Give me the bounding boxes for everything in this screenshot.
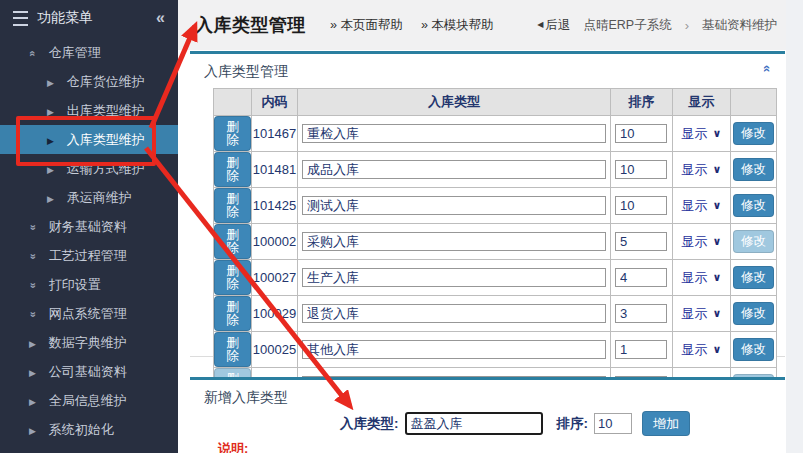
table-row: 删除 100002 显示∨ 修改	[214, 224, 777, 260]
sidebar-item-label: 工艺过程管理	[49, 248, 127, 263]
display-select[interactable]: 显示∨	[682, 197, 722, 215]
panel-title: 新增入库类型	[204, 389, 288, 407]
breadcrumb-app[interactable]: 点晴ERP子系统	[583, 17, 671, 34]
triangle-right-icon: ▶	[44, 185, 57, 214]
delete-button[interactable]: 删除	[214, 296, 251, 331]
sidebar-item-branch-system[interactable]: « 网点系统管理	[0, 299, 178, 328]
sidebar-item-system-init[interactable]: ▶ 系统初始化	[0, 415, 178, 444]
type-input[interactable]	[302, 160, 606, 179]
sidebar-item-data-dictionary[interactable]: ▶ 数据字典维护	[0, 328, 178, 357]
sidebar-item-label: 出库类型维护	[67, 103, 145, 118]
display-select[interactable]: 显示∨	[682, 125, 722, 143]
sidebar-item-finance-basic[interactable]: « 财务基础资料	[0, 212, 178, 241]
triangle-right-icon: ▶	[26, 359, 39, 388]
table-row: 删除 101481 显示∨ 修改	[214, 152, 777, 188]
code-cell: 101467	[252, 116, 298, 152]
type-input[interactable]	[302, 232, 606, 251]
delete-button[interactable]: 删除	[214, 260, 251, 295]
sidebar-item-inbound-type[interactable]: ▶ 入库类型维护	[0, 125, 178, 154]
delete-button[interactable]: 删除	[214, 188, 251, 223]
modify-button[interactable]: 修改	[733, 194, 774, 217]
modify-button[interactable]: 修改	[733, 266, 774, 289]
sidebar-header: 功能菜单 «	[0, 0, 178, 36]
panel-collapse-icon[interactable]: «	[761, 65, 774, 72]
sort-input[interactable]	[615, 304, 667, 323]
back-button[interactable]: ◀后退	[537, 17, 570, 34]
main-content: 入库类型管理 » 本页面帮助 » 本模块帮助 ◀后退 点晴ERP子系统 › 基础…	[178, 0, 803, 453]
sort-input[interactable]	[615, 124, 667, 143]
sidebar-item-print-settings[interactable]: « 打印设置	[0, 270, 178, 299]
sidebar-item-transport-mode[interactable]: ▶ 运输方式维护	[0, 154, 178, 183]
sidebar-item-outbound-type[interactable]: ▶ 出库类型维护	[0, 96, 178, 125]
type-field-label: 入库类型:	[340, 415, 399, 433]
modify-button[interactable]: 修改	[733, 158, 774, 181]
triangle-right-icon: ▶	[26, 388, 39, 417]
chevron-down-icon: ∨	[713, 127, 722, 140]
display-select[interactable]: 显示∨	[682, 269, 722, 287]
delete-button[interactable]: 删除	[214, 224, 251, 259]
panel-title: 入库类型管理	[204, 63, 288, 81]
note-label: 说明:	[218, 440, 248, 453]
sidebar-item-warehouse-location[interactable]: ▶ 仓库货位维护	[0, 67, 178, 96]
breadcrumb-section[interactable]: 基础资料维护	[702, 17, 777, 34]
col-sort: 排序	[611, 89, 673, 116]
table-row: 删除 101425 显示∨ 修改	[214, 188, 777, 224]
sidebar-item-label: 全局信息维护	[49, 393, 127, 408]
sort-input[interactable]	[615, 232, 667, 251]
new-sort-input[interactable]	[594, 413, 632, 434]
chevron-down-icon: ∨	[713, 307, 722, 320]
sidebar-item-global-info[interactable]: ▶ 全局信息维护	[0, 386, 178, 415]
sort-input[interactable]	[615, 196, 667, 215]
triangle-right-icon: ▶	[44, 156, 57, 185]
display-select[interactable]: 显示∨	[682, 305, 722, 323]
sidebar-item-label: 打印设置	[49, 277, 101, 292]
sidebar-item-label: 数据字典维护	[49, 335, 127, 350]
add-button[interactable]: 增加	[642, 411, 690, 436]
type-input[interactable]	[302, 340, 606, 359]
new-type-input[interactable]	[405, 412, 543, 435]
table-header-row: 内码 入库类型 排序 显示	[214, 89, 777, 116]
col-type: 入库类型	[298, 89, 611, 116]
sidebar-item-carrier[interactable]: ▶ 承运商维护	[0, 183, 178, 212]
type-input[interactable]	[302, 268, 606, 287]
add-form: 入库类型: 排序: 增加	[340, 411, 690, 436]
type-input[interactable]	[302, 124, 606, 143]
sidebar-item-warehouse-management[interactable]: « 仓库管理	[0, 38, 178, 67]
sort-input[interactable]	[615, 268, 667, 287]
chevron-double-up-icon: «	[18, 47, 47, 60]
modify-button[interactable]: 修改	[733, 338, 774, 361]
table-row: 删除 101467 显示∨ 修改	[214, 116, 777, 152]
chevron-double-down-icon: «	[18, 221, 47, 234]
sidebar-item-process-management[interactable]: « 工艺过程管理	[0, 241, 178, 270]
page-help-link[interactable]: » 本页面帮助	[330, 17, 403, 34]
sort-input[interactable]	[615, 340, 667, 359]
modify-button[interactable]: 修改	[733, 302, 774, 325]
sidebar-item-company-basic[interactable]: ▶ 公司基础资料	[0, 357, 178, 386]
sidebar-item-label: 仓库管理	[49, 45, 101, 60]
type-input[interactable]	[302, 196, 606, 215]
display-select[interactable]: 显示∨	[682, 161, 722, 179]
table-row: 删除 100027 显示∨ 修改	[214, 260, 777, 296]
modify-button[interactable]: 修改	[733, 122, 774, 145]
delete-button[interactable]: 删除	[214, 332, 251, 367]
col-display: 显示	[673, 89, 731, 116]
scrollbar-track[interactable]	[786, 0, 803, 453]
display-select[interactable]: 显示∨	[682, 341, 722, 359]
sidebar-item-label: 财务基础资料	[49, 219, 127, 234]
modify-button[interactable]: 修改	[733, 230, 774, 253]
display-select[interactable]: 显示∨	[682, 233, 722, 251]
delete-button[interactable]: 删除	[214, 152, 251, 187]
triangle-right-icon: ▶	[44, 98, 57, 127]
sidebar-collapse-icon[interactable]: «	[156, 9, 165, 27]
delete-button[interactable]: 删除	[214, 116, 251, 151]
module-help-link[interactable]: » 本模块帮助	[421, 17, 494, 34]
chevron-down-icon: ∨	[713, 199, 722, 212]
chevron-down-icon: ∨	[713, 343, 722, 356]
sort-input[interactable]	[615, 160, 667, 179]
triangle-right-icon: ▶	[26, 330, 39, 359]
sidebar-item-label: 系统初始化	[49, 422, 114, 437]
chevron-double-down-icon: «	[18, 308, 47, 321]
chevron-down-icon: ∨	[713, 163, 722, 176]
chevron-double-down-icon: «	[18, 250, 47, 263]
type-input[interactable]	[302, 304, 606, 323]
